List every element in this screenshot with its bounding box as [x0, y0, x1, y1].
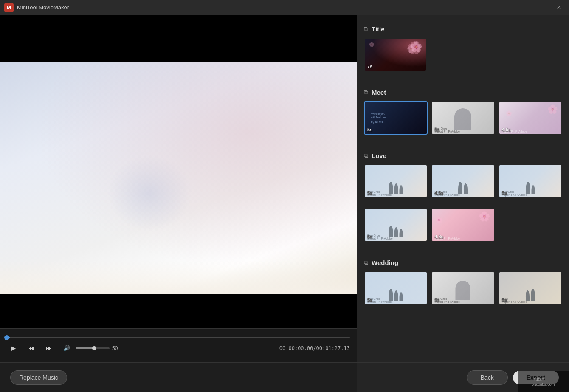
- progress-knob[interactable]: [4, 335, 9, 340]
- section-header-love: ⧉ Love: [364, 152, 562, 159]
- section-icon-title: ⧉: [364, 25, 368, 33]
- right-panel[interactable]: ⧉ Title 🌸 🌸 🌸 7s ⧉ Meet: [357, 15, 569, 392]
- silhouette-person-3: [400, 185, 403, 194]
- title-templates-grid: 🌸 🌸 🌸 7s: [364, 38, 427, 71]
- play-button[interactable]: ▶: [7, 342, 20, 355]
- time-current: 00:00:00.00: [279, 345, 313, 351]
- template-meet-1[interactable]: Where youwill find meright here 5s: [364, 101, 428, 135]
- section-title-love: Love: [372, 152, 386, 159]
- bottom-bar: Replace Music: [0, 362, 357, 392]
- template-title-1[interactable]: 🌸 🌸 🌸 7s: [364, 38, 427, 71]
- silhouette-person-3: [400, 229, 403, 237]
- template-love-1-img: EverGrceImport Pr, PrAdobe: [365, 165, 427, 197]
- template-love-3-img: EverGrceImport Pr, PrAdobe: [499, 165, 561, 197]
- template-love-3-label: 5s: [502, 190, 507, 195]
- volume-value: 50: [112, 345, 122, 351]
- close-button[interactable]: ×: [553, 2, 565, 14]
- volume-knob[interactable]: [92, 346, 96, 350]
- template-love-5-label: 4.6s: [434, 234, 443, 239]
- left-panel: ▶ ⏮ ⏭ 🔊 50 00:00:00.00/00:01:27.13 Repla…: [0, 15, 357, 392]
- template-love-2-label: 4.6s: [434, 190, 443, 195]
- volume-button[interactable]: 🔊: [60, 342, 73, 355]
- video-top-letterbox: [0, 15, 357, 62]
- template-meet-1-label: 5s: [367, 127, 372, 132]
- template-love-5[interactable]: 🌸 🌸 Import Pr, PrAdobe 4.6s: [431, 208, 495, 242]
- divider-1: [364, 82, 562, 82]
- template-wedding-1-label: 5s: [367, 297, 372, 302]
- time-display: 00:00:00.00/00:01:27.13: [279, 345, 350, 351]
- silhouette-person-2: [394, 227, 398, 237]
- silhouette-person-2: [531, 185, 535, 194]
- section-header-wedding: ⧉ Wedding: [364, 259, 562, 266]
- section-header-meet: ⧉ Meet: [364, 89, 562, 96]
- love-templates-grid-row2: EverGrceImport Pr, PrAdobe 5s 🌸 🌸 Import…: [364, 208, 562, 242]
- title-bar: M MiniTool MovieMaker ×: [0, 0, 569, 15]
- template-meet-2-img: EverGrceImport Pr, PrAdobe: [432, 102, 494, 134]
- section-header-title: ⧉ Title: [364, 25, 562, 33]
- template-love-4-img: EverGrceImport Pr, PrAdobe: [365, 209, 427, 241]
- love-3-silhouette: [526, 182, 535, 194]
- replace-music-button[interactable]: Replace Music: [10, 370, 67, 385]
- template-title-1-img: 🌸 🌸 🌸: [365, 39, 426, 71]
- divider-2: [364, 145, 562, 145]
- video-overlay-blossoms: [0, 62, 357, 294]
- time-separator: /: [313, 345, 316, 351]
- template-meet-2-label: 5s: [434, 127, 439, 132]
- video-area: [0, 15, 357, 328]
- template-wedding-2[interactable]: EverGrceImport Pr, PrAdobe 5s: [431, 271, 495, 305]
- template-love-2[interactable]: EverGrceImport Pr, PrAdobe 4.6s: [431, 164, 495, 198]
- meet-text-overlay: Where youwill find meright here: [371, 112, 386, 124]
- template-wedding-2-img: EverGrceImport Pr, PrAdobe: [432, 272, 494, 304]
- back-button[interactable]: Back: [467, 370, 508, 385]
- meet-2-silhouette: [454, 108, 471, 130]
- template-love-1[interactable]: EverGrceImport Pr, PrAdobe 5s: [364, 164, 428, 198]
- template-love-3[interactable]: EverGrceImport Pr, PrAdobe 5s: [499, 164, 562, 198]
- section-icon-wedding: ⧉: [364, 259, 368, 266]
- template-meet-3-label: 4.5s: [502, 127, 511, 132]
- template-title-1-label: 7s: [367, 64, 372, 69]
- watermark: 下载吧xiazaiba.com: [518, 371, 569, 392]
- app-title: MiniTool MovieMaker: [17, 4, 553, 11]
- volume-container: 🔊 50: [60, 342, 122, 355]
- volume-slider[interactable]: [76, 347, 110, 349]
- controls-row: ▶ ⏮ ⏭ 🔊 50 00:00:00.00/00:01:27.13: [7, 342, 350, 355]
- divider-3: [364, 252, 562, 252]
- section-icon-love: ⧉: [364, 152, 368, 159]
- time-total: 00:01:27.13: [316, 345, 350, 351]
- template-wedding-2-label: 5s: [434, 297, 439, 302]
- template-wedding-3-img: WedImport Pr, PrAdobe: [499, 272, 561, 304]
- section-title-wedding: Wedding: [372, 259, 398, 266]
- template-wedding-3[interactable]: WedImport Pr, PrAdobe 5s: [499, 271, 562, 305]
- silhouette-person-2: [394, 183, 398, 194]
- silhouette-person-3: [400, 292, 403, 301]
- silhouette-person-2: [531, 289, 535, 301]
- template-wedding-1[interactable]: EverGrceImport Pr, PrAdobe 5s: [364, 271, 428, 305]
- template-love-4-label: 5s: [367, 234, 372, 239]
- section-title-meet: Meet: [372, 89, 386, 96]
- template-meet-3[interactable]: 🌸 🌸 Import Pr, PrAdobe 4.5s: [499, 101, 562, 135]
- silhouette-person-2: [464, 183, 468, 194]
- video-frame: [0, 62, 357, 294]
- template-wedding-3-label: 5s: [502, 297, 507, 302]
- section-title-title: Title: [372, 25, 385, 33]
- app-logo: M: [4, 3, 14, 12]
- template-meet-2[interactable]: EverGrceImport Pr, PrAdobe 5s: [431, 101, 495, 135]
- bottom-spacer: [364, 312, 562, 341]
- meet-templates-grid: Where youwill find meright here 5s EverG…: [364, 101, 562, 135]
- video-bottom-letterbox: [0, 294, 357, 328]
- main-layout: ▶ ⏮ ⏭ 🔊 50 00:00:00.00/00:01:27.13 Repla…: [0, 15, 569, 392]
- volume-fill: [76, 347, 94, 349]
- wedding-templates-grid: EverGrceImport Pr, PrAdobe 5s EverGrceIm…: [364, 271, 562, 305]
- template-wedding-1-img: EverGrceImport Pr, PrAdobe: [365, 272, 427, 304]
- template-meet-1-img: Where youwill find meright here: [365, 102, 427, 134]
- silhouette-person-2: [394, 290, 398, 301]
- template-love-4[interactable]: EverGrceImport Pr, PrAdobe 5s: [364, 208, 428, 242]
- section-icon-meet: ⧉: [364, 89, 368, 96]
- love-templates-grid-row1: EverGrceImport Pr, PrAdobe 5s EverGrceIm…: [364, 164, 562, 198]
- controls-bar: ▶ ⏮ ⏭ 🔊 50 00:00:00.00/00:01:27.13: [0, 328, 357, 362]
- progress-bar[interactable]: [7, 337, 350, 338]
- template-love-1-label: 5s: [367, 190, 372, 195]
- prev-frame-button[interactable]: ⏮: [25, 342, 37, 355]
- next-frame-button[interactable]: ⏭: [42, 342, 55, 355]
